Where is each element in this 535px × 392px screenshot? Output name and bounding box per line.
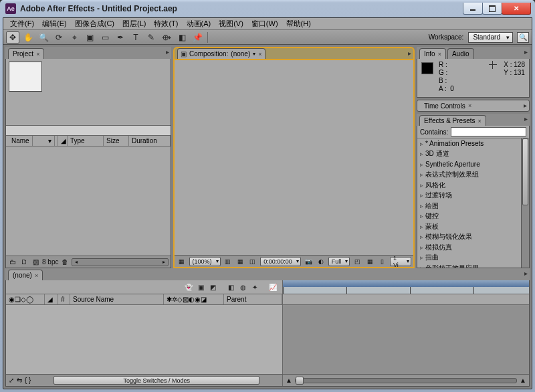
mask-tool-icon[interactable]: ▭ xyxy=(98,31,112,43)
effects-search-input[interactable] xyxy=(451,127,526,136)
timeline-layer-list[interactable] xyxy=(6,305,283,374)
slider-thumb[interactable] xyxy=(296,377,304,385)
effects-category-item[interactable]: 模拟仿真 xyxy=(417,242,529,253)
graph-editor-icon[interactable]: 📈 xyxy=(268,282,278,292)
effects-category-item[interactable]: 3D 通道 xyxy=(417,149,529,160)
panel-flyout-icon[interactable]: ▸ xyxy=(524,48,528,56)
close-icon[interactable]: × xyxy=(478,118,481,124)
brainstorm-icon[interactable]: ✦ xyxy=(249,282,260,292)
comp-flowchart-icon[interactable]: ▣ xyxy=(195,282,206,292)
view3d-icon[interactable]: ▯ xyxy=(377,257,387,266)
brush-tool-icon[interactable]: ✎ xyxy=(144,31,158,43)
effects-category-item[interactable]: * Animation Presets xyxy=(417,138,529,149)
roi-icon[interactable]: ◰ xyxy=(352,257,362,266)
tab-info[interactable]: Info× xyxy=(419,48,446,59)
tl-toggle-switches-icon[interactable]: ⇆ xyxy=(17,377,22,384)
effects-category-item[interactable]: 风格化 xyxy=(417,180,529,191)
close-button[interactable] xyxy=(502,3,531,15)
col-label-icon[interactable]: ◢ xyxy=(58,136,68,146)
timecode-dropdown[interactable]: 0:00:00:00 xyxy=(260,257,301,266)
camera-tool-icon[interactable]: ⌖ xyxy=(68,31,81,43)
tab-timeline[interactable]: (none)× xyxy=(8,270,43,280)
menu-animation[interactable]: 动画(A) xyxy=(183,18,215,29)
col-name[interactable]: Name▾ xyxy=(6,136,58,146)
col-type[interactable]: Type xyxy=(68,136,104,146)
effects-presets-list[interactable]: * Animation Presets3D 通道Synthetic Apertu… xyxy=(417,138,529,268)
effects-category-item[interactable]: 模糊与锐化效果 xyxy=(417,232,529,243)
eraser-tool-icon[interactable]: ◧ xyxy=(175,31,189,43)
text-tool-icon[interactable]: T xyxy=(129,31,142,43)
effects-category-item[interactable]: Synthetic Aperture xyxy=(417,159,529,170)
close-icon[interactable]: × xyxy=(258,51,261,58)
frame-blend-icon[interactable]: ◧ xyxy=(225,282,236,292)
timeline-tracks[interactable] xyxy=(283,305,529,374)
new-comp-icon[interactable]: ▧ xyxy=(31,258,40,267)
zoom-out-icon[interactable]: ▲ xyxy=(286,377,292,384)
composition-viewer[interactable] xyxy=(175,60,413,267)
show-channel-icon[interactable]: ◐ xyxy=(316,257,326,266)
col-size[interactable]: Size xyxy=(104,136,129,146)
menu-effect[interactable]: 特效(T) xyxy=(150,18,182,29)
close-icon[interactable]: × xyxy=(438,51,441,58)
effects-category-item[interactable]: 蒙板 xyxy=(417,221,529,232)
tl-expand-icon[interactable]: ⤢ xyxy=(9,377,14,384)
menu-file[interactable]: 文件(F) xyxy=(6,18,38,29)
anchor-tool-icon[interactable]: ▣ xyxy=(83,31,96,43)
search-help-icon[interactable]: 🔍 xyxy=(517,32,529,43)
close-icon[interactable]: × xyxy=(36,51,39,58)
titlebar[interactable]: Ae Adobe After Effects - Untitled Projec… xyxy=(3,0,532,17)
hand-tool-icon[interactable]: ✋ xyxy=(21,31,35,43)
source-name-header[interactable]: Source Name xyxy=(70,294,164,304)
menu-view[interactable]: 视图(V) xyxy=(215,18,247,29)
scrollbar-thumb[interactable] xyxy=(522,138,528,205)
snapshot-icon[interactable]: 📷 xyxy=(304,257,314,266)
tab-effects-presets[interactable]: Effects & Presets× xyxy=(419,115,486,126)
index-header[interactable]: # xyxy=(58,294,70,304)
effects-category-item[interactable]: 过渡转场 xyxy=(417,191,529,201)
minimize-button[interactable] xyxy=(463,3,483,15)
panel-flyout-icon[interactable]: ▸ xyxy=(524,115,528,122)
label-header-icon[interactable]: ◢ xyxy=(45,294,58,304)
timeline-zoom-slider[interactable] xyxy=(295,378,517,383)
puppet-tool-icon[interactable]: 📌 xyxy=(191,31,204,43)
menu-composition[interactable]: 图像合成(C) xyxy=(71,18,118,29)
menu-layer[interactable]: 图层(L) xyxy=(118,18,150,29)
transparency-grid-icon[interactable]: ▦ xyxy=(365,257,375,266)
menu-help[interactable]: 帮助(H) xyxy=(282,18,315,29)
col-duration[interactable]: Duration xyxy=(129,136,171,146)
shy-icon[interactable]: 👻 xyxy=(183,282,194,292)
zoom-dropdown[interactable]: (100%) xyxy=(189,257,221,266)
selection-tool-icon[interactable]: ✥ xyxy=(6,31,19,43)
mask-vis-icon[interactable]: ◫ xyxy=(248,257,258,266)
motion-blur-icon[interactable]: ◍ xyxy=(237,282,248,292)
toggle-switches-modes[interactable]: Toggle Switches / Modes xyxy=(54,376,259,385)
trash-icon[interactable]: 🗑 xyxy=(60,258,70,267)
maximize-button[interactable] xyxy=(482,3,502,15)
clone-tool-icon[interactable]: ⟴ xyxy=(160,31,173,43)
close-icon[interactable]: × xyxy=(35,272,38,279)
close-icon[interactable]: × xyxy=(468,102,471,109)
resolution-dropdown[interactable]: Full xyxy=(328,257,350,266)
tab-audio[interactable]: Audio xyxy=(447,48,474,59)
effects-scrollbar[interactable] xyxy=(521,138,529,268)
interpret-footage-icon[interactable]: 🗀 xyxy=(8,258,17,267)
effects-category-item[interactable]: 绘图 xyxy=(417,201,529,211)
safe-zones-icon[interactable]: ▥ xyxy=(223,257,233,266)
effects-category-item[interactable]: 键控 xyxy=(417,211,529,222)
tab-project[interactable]: Project × xyxy=(8,48,44,59)
tab-time-controls[interactable]: Time Controls× xyxy=(420,100,475,111)
menu-edit[interactable]: 编辑(E) xyxy=(38,18,71,29)
panel-flyout-icon[interactable]: ▸ xyxy=(524,102,527,109)
new-folder-icon[interactable]: 🗋 xyxy=(19,258,29,267)
workspace-select[interactable]: Standard xyxy=(468,32,513,43)
tl-inout-icon[interactable]: { } xyxy=(25,377,31,384)
parent-header[interactable]: Parent xyxy=(224,294,282,304)
panel-flyout-icon[interactable]: ▸ xyxy=(166,48,169,56)
panel-flyout-icon[interactable]: ▸ xyxy=(524,270,528,277)
view-layout-dropdown[interactable]: 1 Vi xyxy=(390,257,411,266)
project-filter-row[interactable] xyxy=(6,125,171,136)
always-preview-icon[interactable]: ▦ xyxy=(177,257,187,266)
effects-category-item[interactable]: 扭曲 xyxy=(417,253,529,264)
menu-window[interactable]: 窗口(W) xyxy=(247,18,282,29)
panel-flyout-icon[interactable]: ▸ xyxy=(408,50,411,57)
